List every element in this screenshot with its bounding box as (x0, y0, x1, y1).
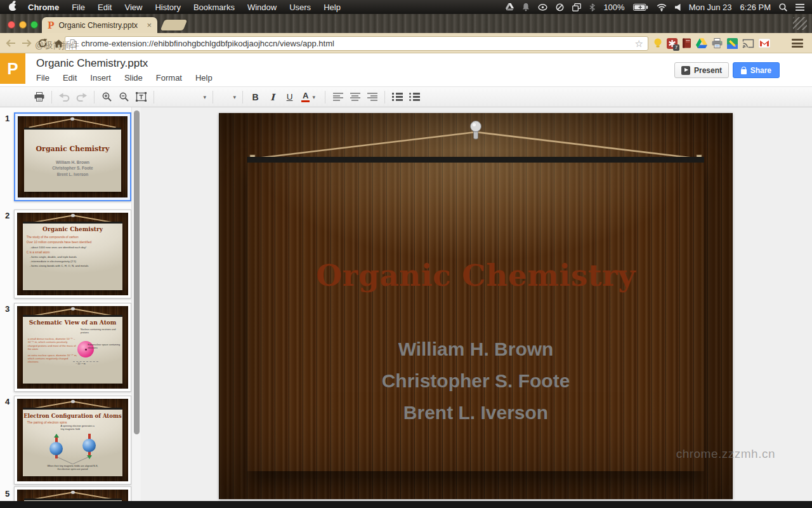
forward-button[interactable] (20, 37, 34, 50)
undo-button[interactable] (56, 90, 73, 105)
numbered-list-button[interactable] (389, 90, 406, 105)
docs-edit-extension-icon[interactable] (727, 38, 738, 49)
onepassword-extension-icon[interactable]: 7 (667, 38, 678, 49)
present-label: Present (694, 66, 722, 75)
slide-thumbnail-panel: 1 2 3 4 5 Organic Chemistry William H. B… (0, 107, 141, 508)
menubar-date[interactable]: Mon Jun 23 (689, 3, 732, 12)
slide-thumbnail-1[interactable]: Organic Chemistry William H. Brown Chris… (14, 112, 131, 201)
menubar-item-file[interactable]: File (65, 3, 91, 12)
scrollbar-thumb[interactable] (134, 110, 140, 434)
url-text[interactable]: chrome-extension://ehibbfinohgbchlgdbfpi… (81, 39, 334, 48)
menubar-app-name[interactable]: Chrome (22, 3, 65, 12)
italic-button[interactable]: I (264, 90, 281, 105)
lamp-extension-icon[interactable] (653, 38, 662, 49)
menubar-item-help[interactable]: Help (317, 3, 347, 12)
menubar-time[interactable]: 6:26 PM (740, 3, 771, 12)
document-title[interactable]: Organic Chemistry.pptx (36, 57, 148, 70)
gmail-extension-icon[interactable] (759, 39, 770, 48)
menu-insert[interactable]: Insert (90, 73, 111, 83)
back-button[interactable] (4, 37, 18, 50)
bold-button[interactable]: B (247, 90, 264, 105)
menu-file[interactable]: File (36, 73, 49, 83)
apple-menu-icon[interactable] (9, 3, 16, 11)
battery-percentage: 100% (603, 3, 624, 12)
current-slide[interactable]: Organic Chemistry William H. Brown Chris… (219, 113, 733, 499)
chrome-menu-button[interactable] (792, 39, 803, 48)
window-resize-grip[interactable] (793, 17, 807, 30)
share-button[interactable]: Share (733, 62, 780, 78)
menubar-item-users[interactable]: Users (283, 3, 317, 12)
eye-status-icon[interactable] (538, 4, 547, 11)
print-button[interactable] (30, 90, 48, 105)
window-minimize-button[interactable] (19, 21, 27, 29)
zoom-in-icon (102, 92, 112, 102)
window-zoom-button[interactable] (30, 21, 38, 29)
app-menu-bar: File Edit Insert Slide Format Help (36, 73, 213, 83)
cast-extension-icon[interactable] (742, 39, 754, 48)
menubar-item-edit[interactable]: Edit (91, 3, 118, 12)
slide-authors-textbox[interactable]: William H. Brown Christopher S. Foote Br… (247, 333, 704, 429)
slide-thumbnail-4[interactable]: Electron Configuration of Atoms The pair… (14, 396, 131, 485)
present-button[interactable]: Present (674, 62, 729, 78)
arrowhead-icon (87, 455, 92, 459)
menu-slide[interactable]: Slide (124, 73, 143, 83)
new-tab-button[interactable] (160, 20, 188, 30)
volume-status-icon[interactable] (675, 4, 681, 11)
window-close-button[interactable] (8, 21, 15, 29)
menu-edit[interactable]: Edit (63, 73, 77, 83)
menubar-item-window[interactable]: Window (241, 3, 283, 12)
redo-button[interactable] (73, 90, 90, 105)
text-color-button[interactable]: A▾ (298, 90, 321, 105)
align-left-button[interactable] (329, 90, 346, 105)
tab-title: Organic Chemistry.pptx (59, 21, 138, 30)
notification-center-icon[interactable] (796, 4, 804, 11)
address-bar[interactable]: chrome-extension://ehibbfinohgbchlgdbfpi… (65, 36, 648, 51)
bulleted-list-button[interactable] (406, 90, 423, 105)
text-box-button[interactable] (133, 90, 150, 105)
menubar-item-history[interactable]: History (148, 3, 187, 12)
menu-help[interactable]: Help (195, 73, 213, 83)
slide-thumbnail-3[interactable]: Schematic View of an Atom a small dense … (14, 303, 131, 392)
slide-thumbnail-2[interactable]: Organic Chemistry The study of the compo… (14, 210, 131, 298)
wifi-status-icon[interactable] (657, 3, 667, 11)
drive-status-icon[interactable] (506, 3, 514, 11)
electron-sphere (82, 439, 96, 452)
thumb1-authors: William H. Brown Christopher S. Foote Br… (24, 159, 121, 178)
underline-button[interactable]: U (281, 90, 298, 105)
dictionary-extension-icon[interactable] (682, 38, 691, 48)
windows-status-icon[interactable] (572, 3, 581, 11)
app-logo[interactable]: P (0, 53, 25, 84)
thumbnail-scrollbar[interactable] (131, 107, 141, 508)
font-size-dropdown[interactable]: ▾ (217, 90, 239, 104)
bluetooth-status-icon[interactable] (589, 3, 595, 11)
redo-icon (76, 93, 87, 102)
align-right-button[interactable] (363, 90, 381, 105)
author-line: Christopher S. Foote (247, 365, 704, 397)
menubar-item-view[interactable]: View (118, 3, 148, 12)
battery-icon[interactable] (633, 4, 648, 11)
lock-icon (741, 69, 747, 74)
bookmark-star-icon[interactable]: ☆ (635, 39, 643, 48)
bottom-screen-edge (0, 501, 812, 508)
thumb3-title: Schematic View of an Atom (23, 319, 123, 326)
spotlight-search-icon[interactable] (779, 3, 787, 11)
do-not-disturb-status-icon[interactable] (556, 3, 564, 11)
menu-format[interactable]: Format (156, 73, 182, 83)
drive-extension-icon[interactable] (696, 38, 707, 48)
thumbnail-1-slide: Organic Chemistry William H. Brown Chris… (18, 116, 128, 197)
zoom-in-button[interactable] (98, 90, 115, 105)
slide-canvas[interactable]: Organic Chemistry William H. Brown Chris… (247, 157, 704, 471)
chevron-down-icon: ▾ (200, 94, 209, 100)
zoom-out-button[interactable] (115, 90, 133, 105)
browser-tab[interactable]: P Organic Chemistry.pptx × (42, 17, 157, 33)
printer-extension-icon[interactable] (712, 38, 723, 48)
slide-number-4: 4 (5, 397, 10, 406)
tab-close-icon[interactable]: × (147, 21, 152, 29)
font-family-dropdown[interactable]: ▾ (158, 90, 209, 104)
menubar-item-bookmarks[interactable]: Bookmarks (187, 3, 241, 12)
author-line: Brent L. Iverson (247, 397, 704, 429)
notifications-status-icon[interactable] (522, 3, 530, 11)
align-center-button[interactable] (346, 90, 363, 105)
thumb4-title: Electron Configuration of Atoms (23, 413, 123, 419)
slide-title-textbox[interactable]: Organic Chemistry (247, 258, 704, 293)
